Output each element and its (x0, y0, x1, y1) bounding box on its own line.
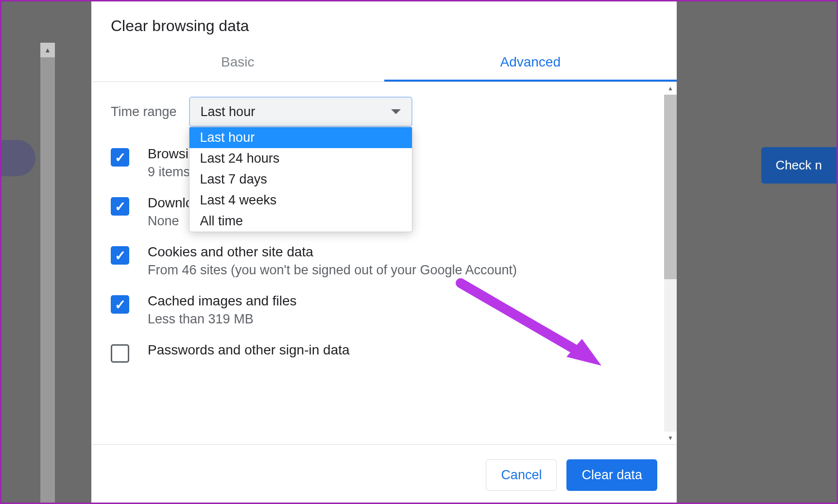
dropdown-option-last-24-hours[interactable]: Last 24 hours (189, 148, 412, 169)
checkmark-icon: ✓ (115, 150, 126, 166)
dropdown-option-last-7-days[interactable]: Last 7 days (189, 169, 412, 190)
row-cached: ✓ Cached images and files Less than 319 … (111, 293, 657, 327)
scrollbar-up-icon[interactable]: ▲ (664, 82, 677, 95)
desc-cookies: From 46 sites (you won't be signed out o… (148, 263, 517, 278)
row-cookies: ✓ Cookies and other site data From 46 si… (111, 244, 657, 278)
cancel-button[interactable]: Cancel (486, 459, 557, 491)
time-range-label: Time range (111, 104, 177, 119)
dropdown-option-last-4-weeks[interactable]: Last 4 weeks (189, 190, 412, 211)
tabs: Basic Advanced (91, 45, 677, 82)
scrollbar-thumb[interactable] (664, 95, 677, 279)
content-scrollbar[interactable]: ▲ ▼ (664, 82, 677, 444)
dialog-title: Clear browsing data (91, 1, 677, 45)
row-passwords: Passwords and other sign-in data (111, 342, 657, 363)
tab-basic[interactable]: Basic (91, 45, 384, 82)
page-scrollbar-track[interactable] (40, 43, 55, 504)
tab-advanced[interactable]: Advanced (384, 45, 677, 82)
dropdown-option-all-time[interactable]: All time (189, 211, 412, 232)
page-scrollbar-up-icon[interactable]: ▲ (40, 43, 55, 57)
scrollbar-down-icon[interactable]: ▼ (664, 432, 677, 444)
desc-cached: Less than 319 MB (148, 312, 297, 327)
label-passwords: Passwords and other sign-in data (148, 342, 350, 358)
checkmark-icon: ✓ (115, 248, 126, 264)
dropdown-menu: Last hour Last 24 hours Last 7 days Last… (189, 127, 412, 232)
dropdown-selected[interactable]: Last hour (189, 97, 412, 127)
label-cached: Cached images and files (148, 293, 297, 309)
time-range-dropdown[interactable]: Last hour Last hour Last 24 hours Last 7… (189, 97, 412, 127)
dialog-footer: Cancel Clear data (91, 444, 677, 504)
checkbox-browsing-history[interactable]: ✓ (111, 148, 129, 167)
dropdown-selected-text: Last hour (201, 104, 256, 119)
clear-data-button[interactable]: Clear data (566, 459, 657, 491)
clear-browsing-data-dialog: Clear browsing data Basic Advanced Time … (91, 1, 677, 504)
checkbox-download-history[interactable]: ✓ (111, 197, 129, 216)
checkmark-icon: ✓ (115, 297, 126, 313)
chevron-down-icon (391, 109, 401, 114)
label-cookies: Cookies and other site data (148, 244, 517, 260)
checkbox-cookies[interactable]: ✓ (111, 246, 129, 265)
check-now-button[interactable]: Check n (761, 147, 837, 184)
sidebar-active-pill (1, 140, 35, 176)
dropdown-option-last-hour[interactable]: Last hour (189, 127, 412, 148)
time-range-row: Time range Last hour Last hour Last 24 h… (111, 97, 657, 127)
checkmark-icon: ✓ (115, 199, 126, 215)
checkbox-passwords[interactable] (111, 344, 129, 363)
dialog-content: Time range Last hour Last hour Last 24 h… (91, 82, 677, 444)
checkbox-cached[interactable]: ✓ (111, 295, 129, 314)
